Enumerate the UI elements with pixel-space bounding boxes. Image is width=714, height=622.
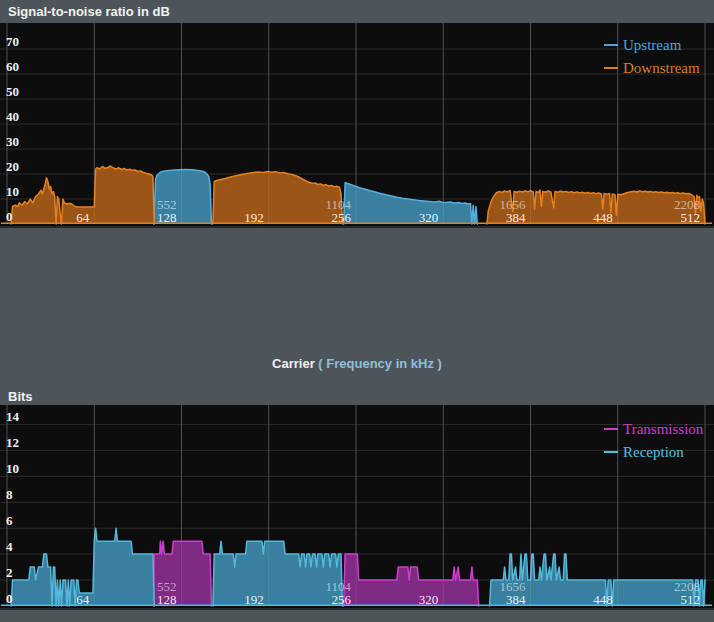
svg-text:64: 64 xyxy=(76,210,90,225)
legend-item-downstream: Downstream xyxy=(604,59,700,77)
svg-text:192: 192 xyxy=(244,592,264,607)
svg-text:64: 64 xyxy=(76,592,90,607)
legend-label-reception: Reception xyxy=(623,443,684,461)
svg-text:320: 320 xyxy=(419,210,439,225)
legend-item-reception: Reception xyxy=(604,443,684,461)
snr-chart-plot: 6455212819211042563201656384448220851201… xyxy=(0,23,714,228)
x-axis-caption: Carrier ( Frequency in kHz ) xyxy=(0,356,714,371)
legend-item-upstream: Upstream xyxy=(604,36,681,54)
svg-text:384: 384 xyxy=(506,210,526,225)
bits-chart-plot: 6455212819211042563201656384448220851202… xyxy=(0,405,714,610)
snr-chart-title: Signal-to-noise ratio in dB xyxy=(8,4,170,20)
svg-text:512: 512 xyxy=(681,210,701,225)
svg-text:448: 448 xyxy=(593,592,613,607)
legend-item-transmission: Transmission xyxy=(604,420,703,438)
svg-text:128: 128 xyxy=(157,592,177,607)
svg-text:448: 448 xyxy=(593,210,613,225)
legend-dash-reception xyxy=(604,451,618,453)
svg-text:256: 256 xyxy=(332,210,352,225)
caption-frequency-units: ( Frequency in kHz ) xyxy=(318,356,442,371)
svg-text:512: 512 xyxy=(681,592,701,607)
svg-text:128: 128 xyxy=(157,210,177,225)
svg-text:2: 2 xyxy=(6,565,13,580)
svg-text:10: 10 xyxy=(6,184,19,199)
svg-text:10: 10 xyxy=(6,461,19,476)
bits-chart-title: Bits xyxy=(8,389,33,405)
svg-text:8: 8 xyxy=(6,487,13,502)
legend-dash-upstream xyxy=(604,44,618,46)
svg-text:192: 192 xyxy=(244,210,264,225)
legend-label-downstream: Downstream xyxy=(623,59,700,77)
svg-text:70: 70 xyxy=(6,34,19,49)
caption-carrier-label: Carrier xyxy=(272,356,315,371)
legend-label-transmission: Transmission xyxy=(623,420,703,438)
svg-text:0: 0 xyxy=(6,209,13,224)
dsl-spectrum-page: Signal-to-noise ratio in dB 645521281921… xyxy=(0,0,714,622)
svg-text:60: 60 xyxy=(6,59,19,74)
legend-dash-transmission xyxy=(604,428,618,430)
svg-text:14: 14 xyxy=(6,409,20,424)
svg-text:50: 50 xyxy=(6,84,19,99)
svg-text:30: 30 xyxy=(6,134,19,149)
svg-text:12: 12 xyxy=(6,435,19,450)
svg-text:4: 4 xyxy=(6,539,13,554)
svg-text:384: 384 xyxy=(506,592,526,607)
svg-text:0: 0 xyxy=(6,591,13,606)
legend-dash-downstream xyxy=(604,67,618,69)
svg-text:6: 6 xyxy=(6,513,13,528)
svg-text:20: 20 xyxy=(6,159,19,174)
svg-text:320: 320 xyxy=(419,592,439,607)
svg-text:40: 40 xyxy=(6,109,19,124)
svg-text:256: 256 xyxy=(332,592,352,607)
legend-label-upstream: Upstream xyxy=(623,36,681,54)
